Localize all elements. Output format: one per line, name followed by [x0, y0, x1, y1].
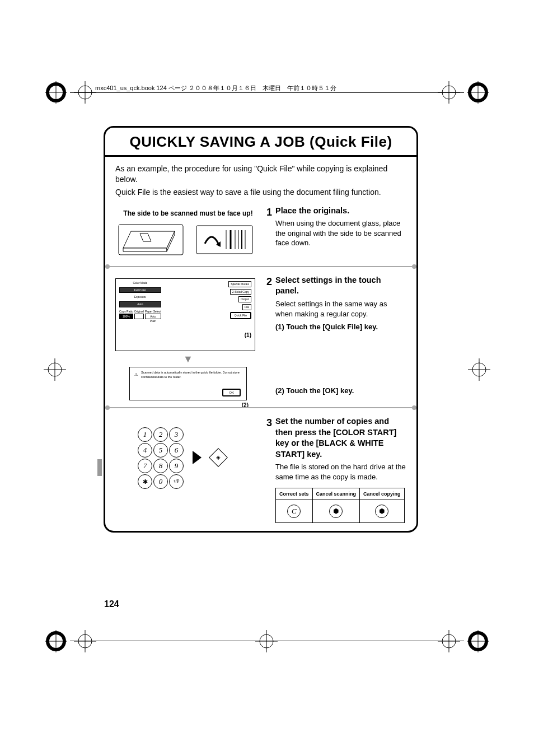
step-2-sub1: (1) Touch the [Quick File] key. — [275, 322, 406, 332]
key-star[interactable]: ✱ — [138, 474, 152, 489]
key-9[interactable]: 9 — [169, 459, 184, 473]
intro-p2: Quick File is the easiest way to save a … — [115, 187, 406, 198]
key-7[interactable]: 7 — [138, 459, 152, 473]
step-1-title: Place the originals. — [275, 206, 406, 217]
tp-auto-btn[interactable]: Auto — [119, 301, 161, 307]
scanner-illustration — [115, 220, 261, 259]
step-3-row: 1 2 3 4 5 6 7 8 9 ✱ 0 ♯/P — [115, 416, 406, 522]
step-separator — [105, 266, 416, 267]
key-4[interactable]: 4 — [138, 443, 152, 458]
ct-hd-correct: Correct sets — [276, 488, 312, 500]
key-2[interactable]: 2 — [153, 427, 168, 442]
regline-bottom — [70, 641, 464, 641]
regmark-top-right — [467, 81, 489, 104]
warning-icon: ⚠ — [134, 372, 138, 377]
tp-paper-select-label: Paper Select — [145, 310, 161, 314]
tp-original-btn[interactable] — [134, 314, 144, 320]
section-tab — [97, 459, 102, 476]
page-title: QUICKLY SAVING A JOB (Quick File) — [129, 133, 392, 150]
ct-hd-scan: Cancel scanning — [313, 488, 360, 500]
tp-paper-select-btn[interactable]: Auto — [145, 314, 161, 320]
tp-original-label: Original — [134, 310, 144, 314]
tp-2sided-btn[interactable]: 2-Sided Copy — [230, 289, 251, 295]
tp-exposure-label: Exposure — [119, 295, 161, 299]
crosshair-mid-left — [44, 358, 66, 381]
clear-key-icon[interactable]: C — [287, 505, 301, 518]
arrow-right-icon — [193, 451, 202, 464]
stop-copy-icon[interactable] — [375, 505, 388, 518]
touch-panel-mock: Color Mode Full Color Exposure Auto Copy… — [115, 278, 255, 351]
numpad-illustration: 1 2 3 4 5 6 7 8 9 ✱ 0 ♯/P — [138, 427, 261, 488]
file-header-text: mxc401_us_qck.book 124 ページ ２００８年１０月１６日 木… — [95, 84, 336, 92]
regmark-bottom-left — [45, 630, 67, 652]
step-3-num: 3 — [266, 416, 272, 430]
step-2-row: Color Mode Full Color Exposure Auto Copy… — [115, 275, 406, 400]
key-1[interactable]: 1 — [138, 427, 152, 442]
svg-marker-40 — [123, 248, 167, 251]
page-frame: QUICKLY SAVING A JOB (Quick File) As an … — [104, 126, 418, 533]
step-separator-2 — [105, 407, 416, 408]
step-2-text: Select settings in the same way as when … — [275, 299, 406, 319]
tp-ratio-btn[interactable]: 100% — [119, 314, 133, 320]
step-3-text: The file is stored on the hard drive at … — [275, 462, 406, 482]
step-2-title: Select settings in the touch panel. — [275, 275, 406, 297]
svg-rect-43 — [196, 226, 252, 254]
key-3[interactable]: 3 — [169, 427, 184, 442]
ct-hd-copy: Cancel copying — [360, 488, 404, 500]
title-box: QUICKLY SAVING A JOB (Quick File) — [105, 128, 416, 157]
regmark-bottom-right — [467, 630, 489, 652]
arrow-down-icon: ▼ — [115, 352, 261, 366]
ok-button[interactable]: OK — [222, 389, 241, 396]
face-up-note: The side to be scanned must be face up! — [115, 209, 261, 218]
intro-text: As an example, the procedure for using "… — [115, 164, 406, 198]
key-6[interactable]: 6 — [169, 443, 184, 458]
tp-copy-ratio-label: Copy Ratio — [119, 310, 133, 314]
tp-plain-label: Plain — [145, 319, 161, 323]
confirm-dialog: ⚠ Scanned data is automatically stored i… — [129, 367, 247, 400]
crosshair-bottom-right — [438, 630, 460, 652]
key-8[interactable]: 8 — [153, 459, 168, 473]
crosshair-mid-right — [468, 358, 490, 381]
key-0[interactable]: 0 — [153, 474, 168, 489]
keypad: 1 2 3 4 5 6 7 8 9 ✱ 0 ♯/P — [138, 427, 182, 488]
step-1-text: When using the document glass, place the… — [275, 218, 406, 248]
step-1-num: 1 — [266, 206, 272, 219]
tp-full-color-btn[interactable]: Full Color — [119, 287, 161, 293]
intro-p1: As an example, the procedure for using "… — [115, 164, 406, 185]
step-2-sub2: (2) Touch the [OK] key. — [275, 386, 406, 396]
page-number: 124 — [104, 599, 119, 609]
dialog-text: Scanned data is automatically stored in … — [141, 371, 242, 379]
regline-top — [70, 92, 464, 93]
step-1-row: The side to be scanned must be face up! — [115, 206, 406, 259]
tp-color-mode-label: Color Mode — [119, 281, 161, 285]
stop-scan-icon[interactable] — [329, 505, 343, 518]
cancel-table: Correct sets C Cancel scanning Cancel co… — [275, 488, 405, 523]
start-key-icon[interactable]: ◈ — [209, 448, 228, 467]
regmark-top-left — [45, 81, 67, 104]
tp-file-btn[interactable]: File — [242, 304, 251, 310]
crosshair-bottom-center — [255, 630, 278, 652]
step-3-title: Set the number of copies and then press … — [275, 416, 406, 460]
callout-1: (1) — [245, 332, 251, 339]
tp-output-btn[interactable]: Output — [238, 296, 251, 302]
tp-quick-file-btn[interactable]: Quick File — [230, 312, 251, 319]
key-5[interactable]: 5 — [153, 443, 168, 458]
key-hash[interactable]: ♯/P — [169, 474, 184, 489]
step-2-num: 2 — [266, 275, 272, 288]
tp-special-modes-btn[interactable]: Special Modes — [228, 281, 251, 287]
crosshair-bottom-left — [74, 630, 96, 652]
